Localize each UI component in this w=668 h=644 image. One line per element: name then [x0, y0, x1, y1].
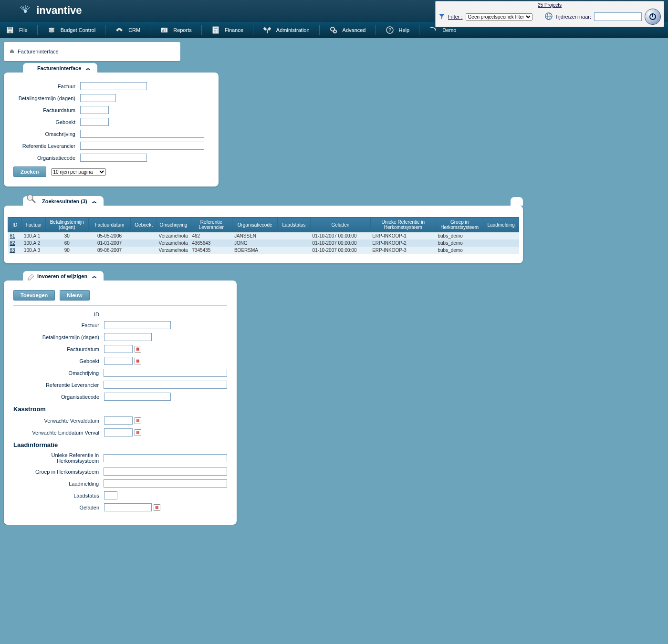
input-edit-factuurdatum[interactable] — [104, 345, 133, 353]
add-button[interactable]: Toevoegen — [13, 290, 55, 301]
table-cell: JANSSEN — [232, 232, 277, 240]
table-cell: ERP-INKOOP-1 — [370, 232, 436, 240]
svg-rect-14 — [163, 29, 164, 32]
menu-advanced[interactable]: Advanced — [325, 24, 370, 36]
table-cell: 83 — [8, 247, 22, 254]
column-header[interactable]: Betalingstermijn (dagen) — [46, 218, 88, 232]
projects-count-link[interactable]: 25 Projects — [438, 2, 661, 8]
column-header[interactable]: Organisatiecode — [232, 218, 277, 232]
input-edit-org[interactable] — [104, 393, 171, 401]
row-id-link[interactable]: 82 — [10, 240, 15, 246]
filter-select[interactable]: Geen projectspecifiek filter — [466, 13, 532, 21]
time-travel-input[interactable] — [594, 12, 642, 21]
input-groep[interactable] — [104, 467, 227, 476]
edit-icon — [27, 273, 35, 282]
table-cell: 01-10-2007 00:00:00 — [311, 232, 371, 240]
menu-reports[interactable]: Reports — [156, 24, 196, 36]
label-edit-id: ID — [13, 312, 104, 317]
calendar-icon[interactable]: ▦ — [154, 504, 160, 511]
table-cell: bubs_demo — [436, 239, 483, 247]
column-header[interactable]: ID — [8, 218, 22, 232]
table-cell — [277, 232, 310, 240]
coins-icon — [47, 26, 56, 34]
label-omschrijving: Omschrijving — [13, 131, 80, 137]
input-edit-factuur[interactable] — [104, 321, 171, 329]
column-header[interactable]: Referentie Leverancier — [190, 218, 232, 232]
label-verwachte-verval: Verwachte Vervaldatum — [13, 418, 104, 424]
calendar-icon[interactable]: ▦ — [135, 429, 141, 436]
collapse-icon[interactable]: ︽ — [92, 273, 97, 280]
home-icon[interactable] — [10, 49, 16, 54]
calendar-icon[interactable]: ▦ — [135, 358, 141, 364]
menu-file[interactable]: File — [2, 24, 31, 36]
search-panel-tab[interactable]: Factureninterface ︽ — [23, 63, 97, 73]
column-header[interactable]: Geladen — [311, 218, 371, 232]
input-geladen[interactable] — [104, 503, 152, 511]
new-button[interactable]: Nieuw — [60, 290, 89, 301]
input-organisatiecode[interactable] — [80, 154, 147, 162]
menu-budget-control[interactable]: Budget Control — [43, 24, 99, 36]
label-ref-leverancier: Referentie Leverancier — [13, 143, 80, 149]
svg-rect-7 — [8, 27, 12, 30]
input-ref-leverancier[interactable] — [80, 142, 204, 150]
label-geboekt: Geboekt — [13, 119, 80, 125]
table-cell: 01-10-2007 00:00:00 — [311, 247, 371, 254]
filter-label[interactable]: Filter : — [448, 14, 463, 20]
column-header[interactable]: Laadstatus — [277, 218, 310, 232]
input-verwachte-eind[interactable] — [104, 428, 133, 436]
column-header[interactable]: Groep in Herkomstsysteem — [436, 218, 483, 232]
input-edit-termijn[interactable] — [104, 333, 152, 341]
table-cell: 82 — [8, 239, 22, 247]
edit-panel-tab[interactable]: Invoeren of wijzigen ︽ — [23, 271, 104, 281]
svg-text:?: ? — [388, 28, 391, 33]
results-panel-tab[interactable]: Zoekresultaten (3) ︽ — [23, 196, 104, 207]
calendar-icon[interactable]: ▦ — [135, 417, 141, 424]
power-button[interactable] — [645, 9, 661, 25]
globe-icon — [545, 12, 553, 21]
search-panel: Factureninterface ︽ Factuur Betalingster… — [4, 73, 219, 187]
row-id-link[interactable]: 83 — [10, 248, 15, 253]
input-factuur[interactable] — [80, 82, 147, 90]
menu-crm[interactable]: CRM — [111, 24, 144, 36]
input-laadstatus[interactable] — [104, 491, 117, 499]
input-melding[interactable] — [104, 479, 227, 488]
gears-icon — [329, 26, 338, 34]
input-edit-geboekt[interactable] — [104, 357, 133, 365]
table-cell: 05-05-2006 — [88, 232, 131, 240]
row-id-link[interactable]: 81 — [10, 233, 15, 239]
collapse-icon[interactable]: ︽ — [86, 65, 91, 72]
collapse-icon[interactable]: ︽ — [92, 198, 97, 205]
table-row[interactable]: 81100.A.13005-05-2006Verzamelnota462JANS… — [8, 232, 519, 240]
input-verwachte-verval[interactable] — [104, 416, 133, 425]
svg-point-0 — [24, 10, 27, 13]
calendar-icon[interactable]: ▦ — [135, 346, 141, 353]
table-row[interactable]: 82100.A.26001-01-2007Verzamelnota4365643… — [8, 239, 519, 247]
menu-administration[interactable]: Administration — [259, 24, 313, 36]
handshake-icon — [115, 26, 124, 34]
input-geboekt[interactable] — [80, 118, 109, 126]
input-edit-omschrijving[interactable] — [104, 369, 227, 377]
column-header[interactable]: Omschrijving — [157, 218, 190, 232]
input-factuurdatum[interactable] — [80, 106, 109, 114]
input-uref[interactable] — [104, 454, 227, 462]
svg-rect-13 — [162, 30, 163, 32]
search-button[interactable]: Zoeken — [13, 166, 46, 177]
svg-point-11 — [49, 31, 54, 32]
input-betalingstermijn[interactable] — [80, 94, 116, 102]
column-header[interactable]: Factuurdatum — [88, 218, 131, 232]
menu-help[interactable]: ? Help — [382, 24, 414, 36]
column-header[interactable]: Geboekt — [131, 218, 157, 232]
svg-point-20 — [217, 30, 218, 31]
pagesize-select[interactable]: 10 rijen per pagina — [51, 168, 106, 176]
table-row[interactable]: 83100.A.39009-08-2007Verzamelnota7345435… — [8, 247, 519, 254]
input-edit-ref[interactable] — [104, 381, 227, 389]
label-organisatiecode: Organisatiecode — [13, 155, 80, 161]
svg-rect-17 — [214, 28, 218, 29]
label-edit-org: Organisatiecode — [13, 394, 104, 400]
input-omschrijving[interactable] — [80, 130, 204, 138]
menu-finance[interactable]: Finance — [208, 24, 247, 36]
column-header[interactable]: Factuur — [22, 218, 46, 232]
breadcrumb: Factureninterface — [10, 49, 175, 54]
column-header[interactable]: Unieke Referentie in Herkomstsysteem — [370, 218, 436, 232]
column-header[interactable]: Laadmelding — [483, 218, 519, 232]
